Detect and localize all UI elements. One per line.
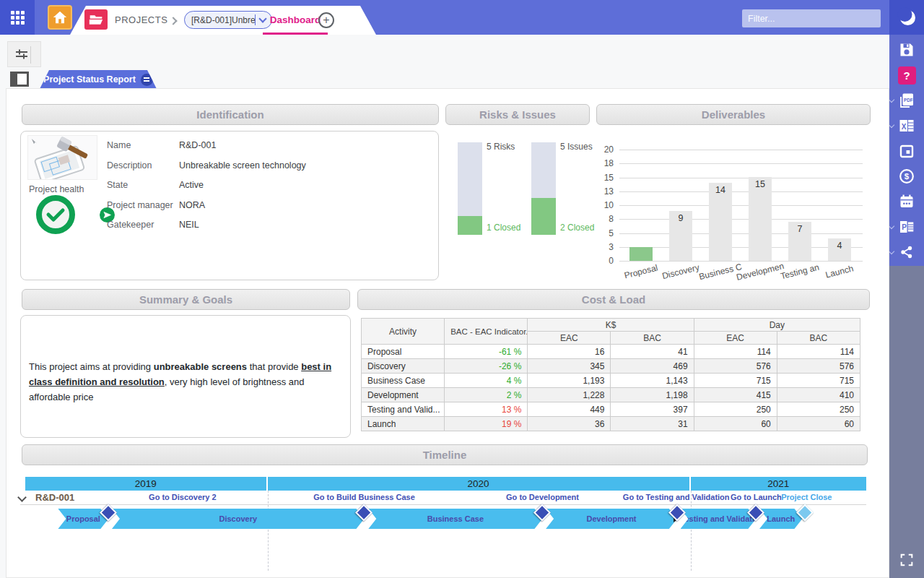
table-cell: 16 <box>528 345 611 359</box>
table-cell: Proposal <box>362 345 445 359</box>
health-status-icon <box>36 195 75 237</box>
brand-logo <box>889 0 924 35</box>
table-cell: Business Case <box>362 374 445 388</box>
y-tick-label: 0 <box>585 256 614 266</box>
column-header: K$ <box>528 319 694 332</box>
table-cell: -26 % <box>445 359 528 374</box>
report-menu-icon[interactable] <box>141 74 153 86</box>
chart-gridline <box>619 150 863 150</box>
y-tick-label: 5 <box>585 228 614 238</box>
y-tick-label: 18 <box>585 158 614 168</box>
display-settings-button[interactable] <box>7 41 41 67</box>
context-tab: PROJECTS [R&D-001]Unbrea... Dashboard + <box>70 6 376 35</box>
table-cell: 1,143 <box>611 374 694 388</box>
deliverables-chart: 20181513108530Proposal9Discovery14Busine… <box>622 150 863 261</box>
chart-gridline <box>619 163 863 164</box>
sidebar-toggle-button[interactable] <box>10 72 29 87</box>
table-row: Development2 %1,2281,198415410 <box>362 388 860 402</box>
field-value: Unbreakable screen technology <box>179 160 306 171</box>
table-cell: 576 <box>777 359 860 374</box>
save-button[interactable] <box>897 40 916 59</box>
tab-active-underline <box>263 33 328 35</box>
chart-gridline <box>619 191 863 192</box>
field-value: NORA <box>179 200 205 210</box>
breadcrumb-chevron-icon <box>169 17 177 25</box>
field-value: NEIL <box>179 220 199 230</box>
projects-folder-icon <box>84 9 108 30</box>
top-bar: PROJECTS [R&D-001]Unbrea... Dashboard + <box>0 0 924 35</box>
table-cell: 715 <box>694 374 777 388</box>
milestone-label: Go to Build Business Case <box>313 493 415 501</box>
chart-gridline <box>619 178 863 178</box>
table-cell: 60 <box>777 417 860 431</box>
app-launcher-button[interactable] <box>0 0 35 35</box>
chart-bar: 9 <box>669 211 692 261</box>
field-label: Gatekeeper <box>107 220 154 230</box>
save-icon <box>898 41 915 59</box>
identification-header: Identification <box>22 104 439 125</box>
help-button[interactable]: ? <box>897 66 916 85</box>
chart-bar: 7 <box>788 222 811 261</box>
field-label: State <box>107 180 128 190</box>
table-cell: 19 % <box>445 417 528 431</box>
closed-segment <box>531 198 556 235</box>
table-cell: Testing and Valid... <box>362 402 445 417</box>
calendar-button[interactable] <box>897 142 916 160</box>
table-cell: Development <box>362 388 445 402</box>
svg-text:P: P <box>902 223 907 231</box>
table-row: Launch19 %36316060 <box>362 417 860 431</box>
export-pdf-button[interactable]: PDF <box>897 91 916 110</box>
table-row: Testing and Valid...13 %449397250250 <box>362 402 860 417</box>
timeline-row-divider <box>20 504 866 505</box>
table-cell: 415 <box>694 388 777 402</box>
breadcrumb[interactable]: PROJECTS <box>115 14 167 25</box>
table-cell: 250 <box>694 402 777 417</box>
timeline-phase[interactable]: Discovery <box>112 509 365 529</box>
export-powerpoint-button[interactable]: P <box>897 217 916 236</box>
table-row: Business Case4 %1,1931,143715715 <box>362 374 860 388</box>
timeline-year-band: 2021 <box>691 477 866 491</box>
column-header: BAC <box>611 332 694 345</box>
risks-issues-header: Risks & Issues <box>445 104 590 125</box>
dropdown-divider <box>255 14 256 25</box>
column-header: Activity <box>362 319 445 345</box>
schedule-button[interactable] <box>897 192 916 211</box>
report-tab[interactable]: Project Status Report <box>40 70 157 89</box>
app-window: PROJECTS [R&D-001]Unbrea... Dashboard + <box>0 0 924 578</box>
cost-button[interactable]: $ <box>897 167 916 186</box>
expand-chevron-icon <box>889 97 894 103</box>
add-tab-button[interactable]: + <box>318 12 334 28</box>
filter-input[interactable] <box>742 9 881 27</box>
fullscreen-button[interactable] <box>899 552 915 568</box>
field-label: Project manager <box>107 200 173 210</box>
field-value: Active <box>179 180 204 190</box>
bar-value-label: 14 <box>709 185 732 195</box>
export-excel-button[interactable]: X <box>897 116 916 135</box>
project-thumbnail-image[interactable] <box>27 135 97 180</box>
timeline-phase[interactable]: Testing and Validation <box>681 509 757 529</box>
table-cell: 250 <box>777 402 860 417</box>
y-tick-label: 15 <box>585 173 614 183</box>
cost-load-table: ActivityBAC - EAC Indicator..K$DayEACBAC… <box>361 318 860 431</box>
y-tick-label: 8 <box>585 214 614 224</box>
share-button[interactable] <box>897 243 916 262</box>
y-tick-label: 13 <box>585 186 614 197</box>
table-cell: 715 <box>777 374 860 388</box>
project-selector-value: [R&D-001]Unbrea... <box>185 15 255 25</box>
milestone-label: Go to Launch <box>731 493 782 501</box>
year-boundary-dashed-line <box>691 491 692 571</box>
timeline-phase[interactable]: Development <box>546 509 677 529</box>
expand-chevron-icon <box>889 122 894 128</box>
table-cell: 4 % <box>445 374 528 388</box>
table-cell: 449 <box>528 402 611 417</box>
sliders-icon <box>12 46 31 63</box>
y-tick-label: 10 <box>585 200 614 210</box>
chart-bar <box>629 247 653 261</box>
svg-text:PDF: PDF <box>904 98 913 103</box>
apps-grid-icon <box>11 11 25 25</box>
timeline-phase[interactable]: Business Case <box>368 509 542 529</box>
calendar-dots-icon <box>898 193 915 210</box>
home-button[interactable] <box>48 5 72 30</box>
table-cell: Discovery <box>362 359 445 374</box>
table-cell: 1,198 <box>611 388 694 402</box>
